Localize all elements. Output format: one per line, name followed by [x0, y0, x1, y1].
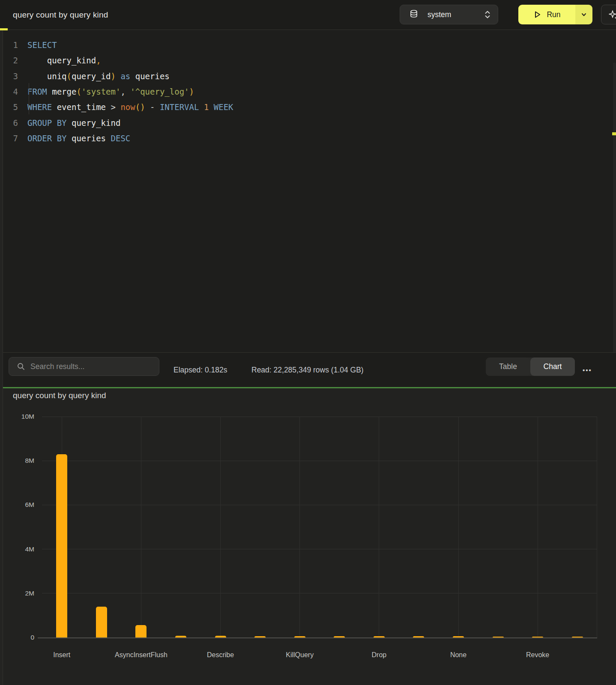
sql-code: 1SELECT2 query_kind,3 uniq(query_id) as …	[0, 37, 608, 146]
x-gridline	[299, 417, 300, 637]
x-axis-label: Revoke	[501, 651, 574, 659]
up-down-chevron-icon	[484, 10, 491, 19]
indent-guide	[29, 83, 29, 114]
results-toolbar: Elapsed: 0.182s Read: 22,285,349 rows (1…	[0, 352, 616, 387]
active-tab-indicator	[0, 28, 8, 30]
database-selector[interactable]: system	[400, 5, 498, 24]
code-line: 6GROUP BY query_kind	[0, 115, 608, 130]
scrollbar-annotation-mark	[612, 132, 616, 135]
left-gutter	[0, 30, 3, 685]
chart-title: query count by query kind	[13, 391, 106, 400]
chart-panel: query count by query kind 02M4M6M8M10MIn…	[0, 388, 616, 685]
x-gridline	[141, 417, 141, 637]
bar	[135, 625, 147, 637]
x-axis-label: AsyncInsertFlush	[105, 651, 177, 659]
page-title: query count by query kind	[13, 0, 108, 30]
x-axis-line	[38, 637, 597, 638]
y-axis-label: 6M	[0, 501, 34, 509]
database-selector-value: system	[428, 10, 484, 19]
y-axis-label: 4M	[0, 545, 34, 553]
run-options-button[interactable]	[575, 5, 592, 24]
code-line: 5WHERE event_time > now() - INTERVAL 1 W…	[0, 99, 608, 115]
bar	[96, 607, 107, 637]
run-button-group: Run	[518, 5, 592, 24]
x-axis-label: Insert	[25, 651, 98, 659]
y-axis-label: 0	[0, 634, 34, 641]
table-view-button[interactable]: Table	[486, 357, 530, 376]
x-gridline	[379, 417, 379, 637]
code-line: 3 uniq(query_id) as queries	[0, 68, 608, 84]
code-line: 2 query_kind,	[0, 53, 608, 68]
y-gridline	[42, 505, 597, 505]
elapsed-stat: Elapsed: 0.182s	[173, 353, 227, 387]
code-line: 1SELECT	[0, 37, 608, 53]
y-axis-label: 2M	[0, 590, 34, 597]
plot-right-edge	[597, 417, 597, 637]
y-axis-label: 10M	[0, 413, 34, 420]
sparkles-icon	[607, 9, 616, 20]
read-stat: Read: 22,285,349 rows (1.04 GB)	[251, 353, 364, 387]
code-line: 4FROM merge('system', '^query_log')	[0, 84, 608, 99]
bar	[56, 454, 67, 637]
view-toggle: Table Chart	[486, 357, 575, 376]
y-gridline	[42, 417, 597, 417]
bar-chart-plot	[42, 417, 597, 637]
x-axis-label: Describe	[184, 651, 257, 659]
editor-scrollbar[interactable]	[613, 63, 616, 379]
topbar: query count by query kind system Run	[0, 0, 616, 30]
more-options-button[interactable]: •••	[580, 365, 595, 377]
play-icon	[533, 10, 541, 19]
search-results-input[interactable]	[30, 362, 150, 371]
y-gridline	[42, 549, 597, 549]
magnifier-icon	[17, 362, 25, 371]
run-button[interactable]: Run	[518, 5, 575, 24]
x-gridline	[220, 417, 221, 637]
chevron-down-icon	[581, 12, 587, 18]
sql-editor[interactable]: 1SELECT2 query_kind,3 uniq(query_id) as …	[0, 30, 616, 352]
search-box[interactable]	[9, 357, 159, 376]
ai-assist-button[interactable]	[601, 5, 616, 24]
y-gridline	[42, 593, 597, 593]
y-axis-label: 8M	[0, 457, 34, 465]
x-gridline	[538, 417, 538, 637]
chart-view-button[interactable]: Chart	[530, 357, 575, 376]
y-gridline	[42, 461, 597, 461]
database-icon	[410, 10, 418, 19]
run-button-label: Run	[547, 10, 560, 19]
x-axis-label: KillQuery	[263, 651, 336, 659]
x-axis-label: None	[422, 651, 495, 659]
code-line: 7ORDER BY queries DESC	[0, 131, 608, 146]
x-axis-label: Drop	[343, 651, 416, 659]
x-gridline	[458, 417, 459, 637]
